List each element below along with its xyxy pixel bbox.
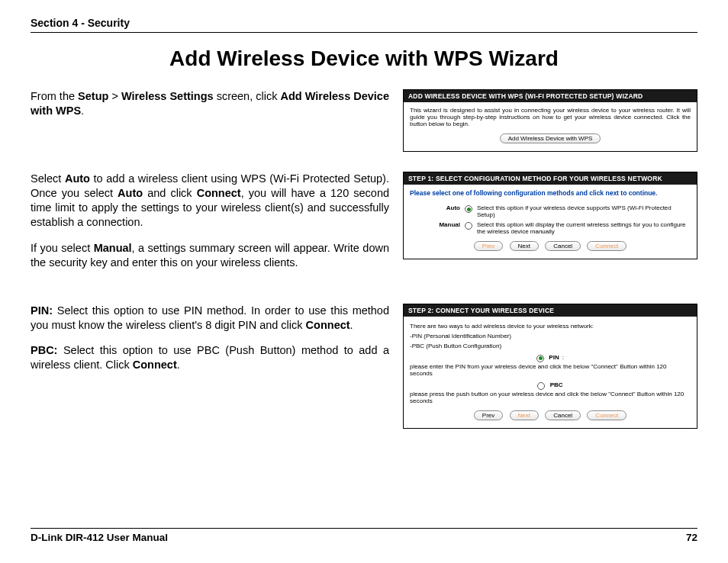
step2-text: PIN: Select this option to use PIN metho…	[31, 304, 389, 429]
t: If you select	[31, 242, 94, 254]
pbc-label: PBC	[550, 381, 563, 388]
wizard-intro-panel: ADD WIRELESS DEVICE WITH WPS (WI-FI PROT…	[403, 89, 697, 152]
t: Select	[31, 172, 65, 185]
intro-text: From the Setup > Wireless Settings scree…	[31, 89, 389, 152]
auto-radio[interactable]	[465, 205, 472, 213]
t: -PBC (Push Button Configuration)	[410, 343, 691, 349]
panel-title: ADD WIRELESS DEVICE WITH WPS (WI-FI PROT…	[404, 90, 697, 102]
cancel-button[interactable]: Cancel	[545, 241, 581, 251]
step1-panel: STEP 1: SELECT CONFIGURATION METHOD FOR …	[403, 172, 697, 259]
t: and click	[143, 187, 197, 199]
t: >	[108, 90, 121, 102]
manual-radio[interactable]	[465, 222, 472, 230]
row-step1: Select Auto to add a wireless client usi…	[31, 172, 697, 281]
next-button[interactable]: Next	[510, 410, 539, 420]
t: Select this option to use PBC (Push Butt…	[31, 344, 389, 371]
t: -PIN (Personal Identification Number)	[410, 333, 691, 339]
t: .	[177, 359, 180, 371]
footer-area: D-Link DIR-412 User Manual 72	[31, 528, 697, 543]
panel-text: This wizard is designed to assist you in…	[410, 107, 691, 127]
t: Connect	[133, 359, 177, 371]
prev-button[interactable]: Prev	[474, 241, 503, 251]
panel-title: STEP 2: CONNECT YOUR WIRELESS DEVICE	[404, 304, 697, 317]
manual-label: Manual	[431, 221, 460, 228]
row-step2: PIN: Select this option to use PIN metho…	[31, 304, 697, 429]
t: .	[81, 105, 84, 117]
header-rule	[31, 32, 697, 33]
t: screen, click	[214, 90, 281, 102]
t: PBC:	[31, 344, 57, 356]
t: Auto	[65, 172, 90, 185]
pin-note: please enter the PIN from your wireless …	[410, 363, 691, 377]
section-header: Section 4 - Security	[31, 17, 697, 29]
auto-label: Auto	[431, 204, 460, 211]
panel-title: STEP 1: SELECT CONFIGURATION METHOD FOR …	[404, 172, 697, 185]
connect-button[interactable]: Connect	[587, 410, 627, 420]
step1-text: Select Auto to add a wireless client usi…	[31, 172, 389, 281]
t: PIN:	[31, 304, 53, 317]
cancel-button[interactable]: Cancel	[545, 410, 581, 420]
footer-rule	[31, 528, 697, 529]
t: Connect	[306, 319, 350, 331]
page-number: 72	[686, 532, 697, 543]
next-button[interactable]: Next	[510, 241, 539, 251]
t: Wireless Settings	[121, 90, 214, 102]
panel-body: This wizard is designed to assist you in…	[404, 102, 697, 151]
add-wireless-device-button[interactable]: Add Wireless Device with WPS	[500, 134, 601, 143]
manual-text: Select this option will display the curr…	[477, 221, 691, 235]
panel-body: There are two ways to add wireless devic…	[404, 317, 697, 428]
t: Manual	[94, 242, 132, 254]
pin-radio[interactable]	[536, 355, 544, 362]
t: Auto	[118, 187, 143, 199]
t: From the	[31, 90, 78, 102]
pin-label: PIN	[549, 354, 559, 361]
t: There are two ways to add wireless devic…	[410, 323, 691, 330]
t: Connect	[197, 187, 241, 199]
connect-button[interactable]: Connect	[587, 241, 627, 251]
t: :	[562, 354, 564, 361]
page-title: Add Wireless Device with WPS Wizard	[31, 47, 697, 71]
pbc-note: please press the push button on your wir…	[410, 391, 691, 404]
panel-body: Please select one of following configura…	[404, 185, 697, 259]
auto-text: Select this option if your wireless devi…	[477, 204, 691, 218]
prev-button[interactable]: Prev	[474, 410, 503, 420]
manual-name: D-Link DIR-412 User Manual	[31, 532, 168, 543]
row-intro: From the Setup > Wireless Settings scree…	[31, 89, 697, 152]
panel-instruction: Please select one of following configura…	[410, 189, 691, 197]
t: Setup	[78, 90, 108, 102]
t: .	[350, 319, 353, 331]
step2-panel: STEP 2: CONNECT YOUR WIRELESS DEVICE The…	[403, 304, 697, 429]
pbc-radio[interactable]	[537, 382, 545, 390]
